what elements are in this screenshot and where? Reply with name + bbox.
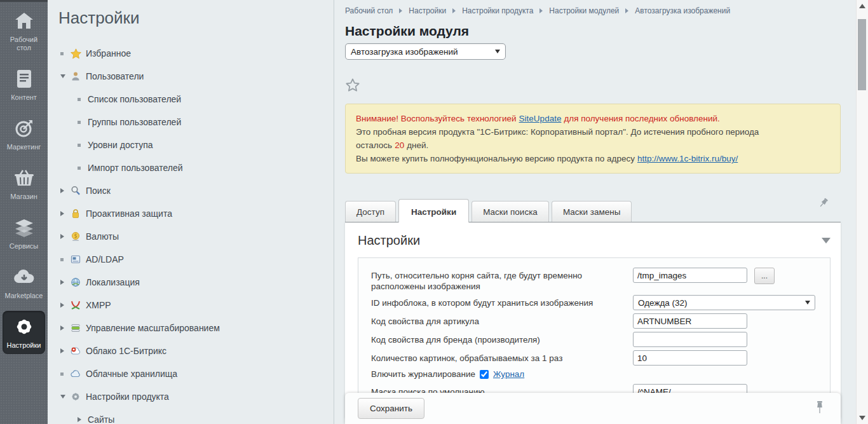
sidebar-item-product-settings[interactable]: Настройки продукта — [48, 385, 334, 408]
breadcrumb-item[interactable]: Автозагрузка изображений — [635, 6, 730, 15]
rail-item-services[interactable]: Сервисы — [3, 212, 45, 255]
breadcrumb-item[interactable]: Настройки — [409, 6, 446, 15]
iblock-select[interactable]: Одежда (32) — [633, 295, 815, 310]
chevron-down-icon — [805, 301, 810, 304]
sidebar-item-user-groups[interactable]: Группы пользователей — [48, 111, 334, 133]
lock-icon — [71, 209, 86, 219]
tab-settings[interactable]: Настройки — [398, 199, 469, 222]
sidebar-item-user-list[interactable]: Список пользователей — [48, 88, 334, 111]
bullet-marker — [60, 258, 64, 261]
user-icon — [71, 71, 86, 81]
tmp-path-input[interactable] — [633, 268, 747, 283]
field-label: ID инфоблока, в котором будут храниться … — [371, 295, 633, 308]
favorite-star-icon[interactable] — [345, 78, 360, 93]
breadcrumb-separator-icon — [452, 8, 456, 13]
star-icon — [71, 48, 86, 59]
browse-button[interactable]: ... — [754, 268, 775, 284]
expand-closed-marker — [60, 325, 64, 331]
section-title: Настройки — [358, 233, 420, 248]
sidebar-item-proactive-protection[interactable]: Проактивная защита — [48, 202, 334, 225]
sidebar-item-cloud-bitrix[interactable]: Облако 1С-Битрикс — [48, 339, 334, 362]
rail-label: Настройки — [7, 341, 41, 350]
form-row-brand: Код свойства для бренда (производителя) — [371, 332, 820, 347]
sidebar-menu: Избранное Пользователи Список пользовате… — [48, 42, 334, 424]
globe-icon — [71, 277, 86, 287]
chevron-down-icon — [495, 50, 500, 53]
rail-item-desktop[interactable]: Рабочий стол — [3, 5, 45, 57]
expand-closed-marker — [60, 348, 64, 353]
app-rail: Рабочий стол Контент Маркетинг Магазин С… — [0, 0, 48, 424]
scroll-down-icon[interactable] — [859, 416, 865, 420]
sidebar-title: Настройки — [48, 0, 334, 28]
product-gear-icon — [71, 392, 86, 402]
cloud-bitrix-icon — [71, 346, 86, 356]
breadcrumb-separator-icon — [539, 8, 543, 13]
expand-closed-marker — [78, 417, 81, 422]
bullet-marker — [78, 144, 81, 147]
sidebar-item-localization[interactable]: Локализация — [48, 271, 334, 294]
tab-search-masks[interactable]: Маски поиска — [471, 201, 549, 222]
vertical-scrollbar[interactable] — [856, 0, 868, 424]
rail-label: Магазин — [10, 193, 37, 201]
field-label: Код свойства для артикула — [371, 313, 633, 327]
sidebar-item-access-levels[interactable]: Уровни доступа — [48, 133, 334, 156]
batch-count-input[interactable] — [633, 350, 747, 366]
scroll-up-icon[interactable] — [859, 4, 865, 8]
scrollbar-thumb[interactable] — [858, 19, 866, 90]
sidebar-item-sites[interactable]: Сайты — [48, 408, 334, 424]
rail-item-marketing[interactable]: Маркетинг — [3, 113, 45, 156]
expand-closed-marker — [60, 188, 64, 193]
tab-replace-masks[interactable]: Маски замены — [552, 201, 632, 222]
journal-link[interactable]: Журнал — [493, 369, 524, 379]
warning-line-3: Вы можете купить полнофункциональную вер… — [356, 152, 830, 165]
sidebar-item-currencies[interactable]: $ Валюты — [48, 225, 334, 248]
siteupdate-link[interactable]: SiteUpdate — [519, 114, 562, 123]
form-row-path: Путь, относительно корня сайта, где буду… — [371, 268, 820, 292]
xmpp-icon — [71, 300, 86, 310]
form-row-iblock: ID инфоблока, в котором будут храниться … — [371, 295, 820, 310]
warning-line-1: Внимание! Воспользуйтесь технологиейSite… — [356, 112, 830, 125]
sidebar-item-xmpp[interactable]: XMPP — [48, 294, 334, 317]
sidebar-item-scaling[interactable]: Управление масштабированием — [48, 317, 334, 339]
action-footer: Сохранить — [345, 393, 841, 424]
pin-icon[interactable] — [815, 400, 824, 417]
rail-label: Marketplace — [5, 292, 43, 300]
sidebar-item-search[interactable]: Поиск — [48, 179, 334, 202]
brand-input[interactable] — [633, 332, 747, 347]
rail-item-marketplace[interactable]: Marketplace — [3, 261, 45, 304]
rail-item-settings[interactable]: Настройки — [3, 311, 45, 354]
bullet-marker — [60, 52, 64, 55]
field-label: Влючить журналирование — [371, 369, 475, 379]
module-select[interactable]: Автозагрузка изображений — [345, 43, 506, 60]
artnumber-input[interactable] — [633, 313, 747, 329]
expand-closed-marker — [60, 211, 64, 216]
sidebar-item-cloud-storage[interactable]: Облачные хранилища — [48, 362, 334, 385]
sidebar-item-users[interactable]: Пользователи — [48, 65, 334, 88]
sidebar-item-user-import[interactable]: Импорт пользователей — [48, 156, 334, 179]
page-title: Настройки модуля — [345, 24, 841, 39]
breadcrumb-item[interactable]: Настройки модулей — [549, 6, 619, 15]
buy-link[interactable]: http://www.1c-bitrix.ru/buy/ — [637, 154, 738, 163]
bullet-marker — [78, 98, 81, 101]
home-icon — [14, 10, 34, 32]
pin-icon[interactable] — [818, 197, 829, 211]
breadcrumb: Рабочий стол Настройки Настройки продукт… — [345, 6, 841, 15]
breadcrumb-item[interactable]: Настройки продукта — [462, 6, 533, 15]
save-button[interactable]: Сохранить — [358, 398, 424, 419]
rail-item-shop[interactable]: Магазин — [3, 162, 45, 205]
tab-access[interactable]: Доступ — [345, 201, 396, 222]
sidebar-item-adldap[interactable]: AD/LDAP — [48, 248, 334, 271]
target-icon — [14, 117, 34, 140]
bullet-marker — [78, 167, 81, 170]
rail-label: Рабочий стол — [4, 36, 44, 52]
breadcrumb-item[interactable]: Рабочий стол — [345, 6, 393, 15]
logging-checkbox[interactable] — [480, 370, 489, 379]
sidebar-item-favorites[interactable]: Избранное — [48, 42, 334, 65]
collapse-arrow-icon[interactable] — [822, 238, 831, 243]
rail-item-content[interactable]: Контент — [3, 63, 45, 106]
rail-label: Сервисы — [10, 242, 39, 250]
field-label: Код свойства для бренда (производителя) — [371, 332, 633, 345]
trial-warning-box: Внимание! Воспользуйтесь технологиейSite… — [345, 104, 841, 174]
document-icon — [16, 67, 32, 90]
adldap-icon — [71, 254, 86, 264]
